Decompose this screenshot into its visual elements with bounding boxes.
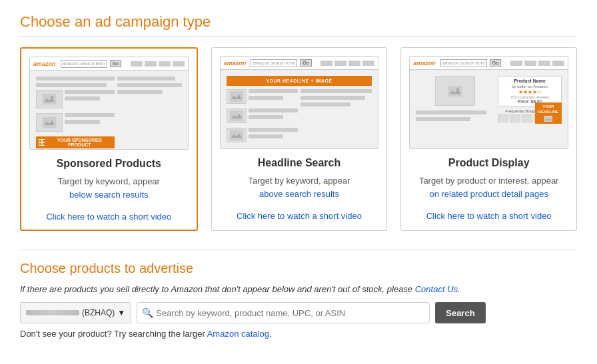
product-display-card[interactable]: amazon amazon search term Go [400,47,577,231]
headline-search-card[interactable]: amazon amazon search term Go YOUR HEADLI… [211,47,388,231]
sponsored-products-video-link[interactable]: Click here to watch a short video [29,212,189,222]
contact-us-link[interactable]: Contact Us [415,284,458,294]
store-chevron-icon: ▼ [117,308,125,317]
product-display-desc: Target by product or interest, appear on… [409,174,568,200]
product-display-video-link[interactable]: Click here to watch a short video [409,211,568,221]
headline-search-desc: Target by keyword, appear above search r… [220,174,379,200]
search-button[interactable]: Search [435,302,485,323]
products-section-title: Choose products to advertise [20,261,577,276]
info-message: If there are products you sell directly … [20,284,577,294]
campaign-cards-container: amazon amazon search term Go [20,47,577,231]
svg-point-10 [456,88,459,91]
headline-search-link[interactable]: above search results [259,189,339,199]
sponsored-products-card[interactable]: amazon amazon search term Go [20,47,198,231]
search-icon: 🔍 [142,307,153,318]
svg-point-1 [51,96,53,98]
headline-search-video-link[interactable]: Click here to watch a short video [220,211,379,221]
headline-search-title: Headline Search [220,157,379,169]
product-search-input[interactable] [137,302,430,323]
svg-rect-6 [230,91,243,102]
svg-rect-8 [230,130,243,140]
product-display-link[interactable]: on related product detail pages [429,189,548,199]
campaign-section-title: Choose an ad campaign type [20,13,577,37]
amazon-catalog-link[interactable]: Amazon catalog [207,329,269,339]
product-display-title: Product Display [409,157,568,169]
sponsored-products-desc: Target by keyword, appear below search r… [29,175,189,201]
search-row: (BZHAQ) ▼ 🔍 Search [20,302,577,323]
product-display-preview: amazon amazon search term Go [409,56,568,149]
sponsored-products-title: Sponsored Products [29,158,189,170]
svg-rect-0 [43,94,56,104]
store-blurred [26,310,79,315]
products-section: Choose products to advertise If there ar… [20,250,577,339]
search-input-wrapper: 🔍 [137,302,430,323]
sponsored-products-link[interactable]: below search results [69,190,149,200]
store-selector[interactable]: (BZHAQ) ▼ [20,302,131,323]
sponsored-products-preview: amazon amazon search term Go [29,57,189,150]
svg-rect-7 [230,110,243,121]
dont-see-message: Don't see your product? Try searching th… [20,329,577,339]
svg-rect-2 [43,117,56,128]
headline-search-preview: amazon amazon search term Go YOUR HEADLI… [220,56,379,149]
svg-rect-9 [448,86,462,96]
store-code: BZHAQ [85,308,112,317]
